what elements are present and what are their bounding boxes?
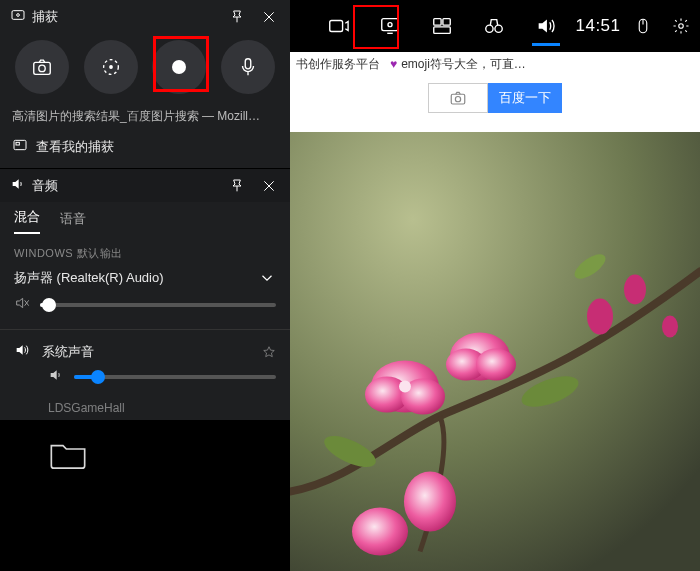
pin-button[interactable] <box>224 4 250 30</box>
favorite-star-icon[interactable] <box>262 345 276 359</box>
game-capture-devices-icon[interactable] <box>312 0 364 52</box>
clock-text: 14:51 <box>572 0 624 52</box>
close-button[interactable] <box>256 173 282 199</box>
desktop-folder-icon[interactable] <box>38 438 98 488</box>
audio-panel-header: 音频 <box>0 168 290 202</box>
svg-rect-0 <box>330 21 343 32</box>
tab-mix[interactable]: 混合 <box>14 208 40 234</box>
game-capture-binoculars-icon[interactable] <box>468 0 520 52</box>
svg-point-25 <box>624 275 646 305</box>
audio-source-name: 系统声音 <box>42 343 250 361</box>
game-capture-screen-icon[interactable] <box>364 0 416 52</box>
bookmark-label: emoji符号大全，可直… <box>401 56 526 73</box>
audio-source-row: 系统声音 <box>0 334 290 361</box>
speaker-icon <box>14 342 30 361</box>
bookmark-item[interactable]: ♥ emoji符号大全，可直… <box>390 56 526 73</box>
close-button[interactable] <box>256 4 282 30</box>
audio-header-title: 音频 <box>32 177 218 195</box>
chevron-down-icon <box>258 269 276 287</box>
svg-rect-32 <box>34 62 51 74</box>
current-window-title: 高清图片的搜索结果_百度图片搜索 — Mozill… <box>0 100 290 131</box>
svg-rect-36 <box>245 59 251 69</box>
svg-rect-1 <box>382 19 399 31</box>
svg-point-24 <box>587 299 613 335</box>
view-my-captures-link[interactable]: 查看我的捕获 <box>0 131 290 168</box>
game-capture-widgets-icon[interactable] <box>416 0 468 52</box>
svg-point-31 <box>17 13 20 16</box>
svg-point-23 <box>352 508 408 556</box>
screenshot-button[interactable] <box>15 40 69 94</box>
svg-point-12 <box>455 97 460 102</box>
start-recording-button[interactable] <box>152 40 206 94</box>
browser-viewport-sliver: 书创作服务平台 ♥ emoji符号大全，可直… 百度一下 <box>290 52 700 132</box>
game-capture-audio-icon[interactable] <box>520 0 572 52</box>
svg-point-22 <box>404 472 456 532</box>
record-dot-icon <box>172 60 186 74</box>
bookmark-item[interactable]: 书创作服务平台 <box>296 56 380 73</box>
capture-header-icon <box>10 8 26 27</box>
settings-gear-icon[interactable] <box>662 0 700 52</box>
mouse-settings-icon[interactable] <box>624 0 662 52</box>
record-last-button[interactable] <box>84 40 138 94</box>
svg-point-33 <box>39 65 45 71</box>
xbox-gamebar-overlay: 捕获 高清图片的搜索结果_百度图片搜索 — Mozill… 查看我的捕获 <box>0 0 290 420</box>
gallery-icon <box>12 137 28 156</box>
bookmark-label: 书创作服务平台 <box>296 56 380 73</box>
tab-voice[interactable]: 语音 <box>60 210 86 234</box>
audio-header-icon <box>10 176 26 195</box>
svg-rect-11 <box>451 94 465 104</box>
source-mute-button[interactable] <box>48 367 64 387</box>
baidu-search-button[interactable]: 百度一下 <box>488 83 562 113</box>
svg-point-7 <box>495 25 502 32</box>
svg-point-18 <box>399 381 411 393</box>
master-volume-slider[interactable] <box>40 303 276 307</box>
svg-point-35 <box>110 66 112 68</box>
baidu-search-camera-button[interactable] <box>428 83 488 113</box>
capture-buttons-row <box>0 34 290 100</box>
svg-rect-30 <box>12 10 24 19</box>
pin-button[interactable] <box>224 173 250 199</box>
audio-tabs: 混合 语音 <box>0 202 290 234</box>
svg-rect-4 <box>443 19 450 25</box>
svg-point-21 <box>476 349 516 381</box>
capture-panel-header: 捕获 <box>0 0 290 34</box>
svg-point-26 <box>662 316 678 338</box>
source-volume-slider[interactable] <box>74 375 276 379</box>
svg-point-6 <box>486 25 493 32</box>
output-device-name: 扬声器 (Realtek(R) Audio) <box>14 269 258 287</box>
svg-rect-3 <box>434 19 441 25</box>
output-section-label: WINDOWS 默认输出 <box>0 234 290 267</box>
background-image <box>290 132 700 571</box>
svg-point-2 <box>388 23 392 27</box>
svg-point-10 <box>679 24 684 29</box>
svg-rect-38 <box>16 142 19 145</box>
master-mute-button[interactable] <box>14 295 30 315</box>
capture-header-title: 捕获 <box>32 8 218 26</box>
output-device-selector[interactable]: 扬声器 (Realtek(R) Audio) <box>0 267 290 295</box>
view-captures-label: 查看我的捕获 <box>36 138 114 156</box>
svg-rect-5 <box>434 27 451 33</box>
microphone-toggle-button[interactable] <box>221 40 275 94</box>
audio-source-name: LDSGameHall <box>0 397 290 415</box>
